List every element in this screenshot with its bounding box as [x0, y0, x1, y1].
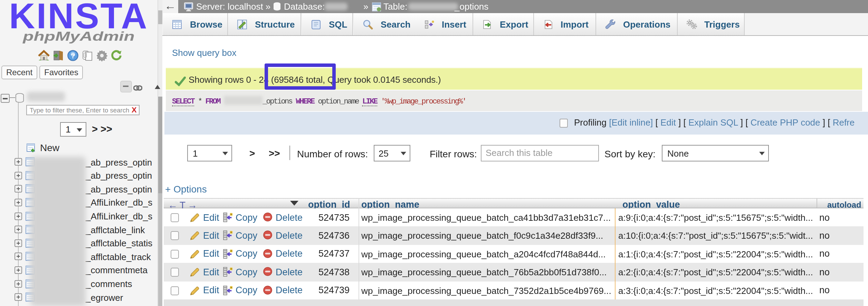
svg-text:?: ?: [71, 52, 75, 60]
